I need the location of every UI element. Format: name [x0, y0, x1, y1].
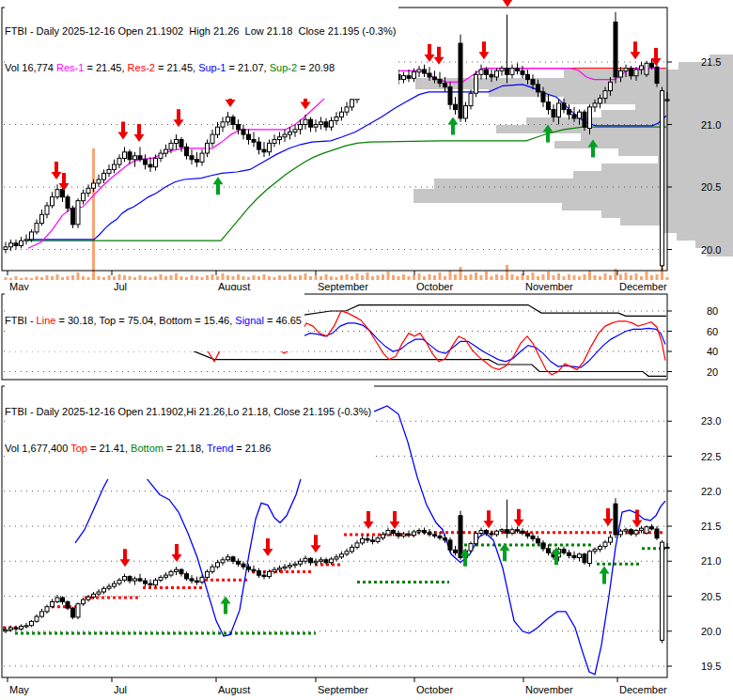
volume-bar — [464, 275, 467, 280]
candle — [624, 530, 628, 532]
volume-profile-bar — [573, 171, 733, 179]
trend-panel-header: FTBI - Daily 2025-12-16 Open 21.1902,Hi … — [5, 381, 374, 479]
sell-arrow-icon — [52, 162, 62, 179]
candle — [417, 70, 421, 72]
volume-bar — [398, 276, 400, 280]
month-label: September — [318, 281, 368, 292]
month-label: November — [525, 281, 573, 292]
volume-bar — [237, 274, 240, 280]
month-label: May — [9, 684, 29, 695]
candle — [20, 241, 23, 245]
candle — [330, 121, 334, 128]
candle — [61, 190, 65, 197]
volume-bar — [563, 276, 566, 280]
candle — [221, 560, 225, 563]
candle — [242, 130, 245, 134]
volume-bar — [129, 276, 132, 280]
volume-bar — [201, 277, 204, 280]
candle — [273, 140, 276, 144]
candle — [61, 598, 65, 602]
candle — [392, 531, 396, 534]
sell-arrow-icon — [425, 44, 435, 62]
candle — [128, 577, 132, 582]
sell-arrow-icon — [263, 538, 273, 556]
candle — [345, 552, 349, 554]
candle — [179, 140, 183, 148]
volume-bar — [170, 275, 173, 280]
candle — [30, 621, 34, 626]
volume-bar — [650, 275, 653, 280]
candle — [35, 616, 39, 621]
volume-bar — [278, 275, 281, 280]
candle — [469, 93, 473, 105]
candle — [433, 535, 437, 537]
candle — [640, 528, 644, 530]
candle — [216, 127, 220, 134]
sell-arrow-icon — [503, 0, 513, 7]
candle — [351, 100, 354, 107]
volume-profile-bar — [618, 148, 733, 156]
candle — [655, 67, 659, 83]
candle — [66, 602, 70, 609]
candle — [257, 571, 261, 576]
candle — [185, 574, 189, 579]
candle — [4, 630, 8, 631]
sell-arrow-icon — [514, 509, 524, 527]
y-axis-label: 21.5 — [701, 521, 721, 532]
header-text-run: Vol 1,677,400 — [5, 443, 70, 454]
candle — [231, 117, 235, 125]
candle — [609, 537, 613, 542]
volume-bar — [568, 274, 570, 280]
candle — [588, 552, 592, 564]
candle — [650, 527, 654, 529]
candle — [30, 232, 34, 240]
header-text-run: Bottom — [131, 443, 164, 454]
candle — [568, 110, 571, 115]
month-label: December — [619, 684, 667, 695]
candle — [423, 531, 427, 533]
candle — [423, 70, 427, 73]
candle — [283, 567, 287, 568]
volume-bar — [77, 272, 80, 280]
volume-bar — [40, 277, 43, 280]
header-text-run: = 30.18, Top = 75.04, Bottom = 15.46, — [55, 315, 235, 326]
volume-bar — [82, 276, 85, 280]
volume-bar — [51, 276, 54, 280]
y-axis-label: 40 — [707, 346, 718, 357]
candle — [82, 599, 86, 604]
candle — [76, 604, 80, 617]
candle — [510, 69, 514, 75]
volume-bar — [144, 276, 147, 280]
candle — [216, 563, 220, 568]
volume-bar — [532, 272, 535, 280]
candle — [428, 73, 431, 77]
candle — [273, 569, 276, 571]
buy-arrow-icon — [600, 566, 610, 583]
volume-bar — [25, 277, 28, 280]
volume-bar — [501, 275, 504, 280]
volume-bar — [180, 276, 183, 280]
volume-bar — [470, 274, 473, 280]
volume-bar — [102, 277, 105, 280]
candle — [650, 63, 654, 67]
volume-bar — [351, 276, 353, 280]
volume-bar — [154, 276, 157, 280]
candle — [537, 538, 540, 543]
candle — [417, 531, 421, 533]
sell-arrow-icon — [603, 508, 614, 526]
volume-bar — [454, 274, 457, 280]
candle — [211, 134, 214, 143]
month-label: November — [525, 684, 573, 695]
volume-bar — [413, 275, 415, 280]
volume-bar — [377, 275, 380, 280]
candle — [289, 566, 292, 568]
candle — [521, 531, 524, 533]
sell-arrow-icon — [390, 511, 400, 529]
volume-bar — [640, 276, 643, 280]
volume-bar — [418, 273, 421, 280]
candle — [516, 69, 520, 71]
candle — [320, 560, 323, 562]
volume-bar — [557, 273, 560, 280]
candle — [376, 538, 380, 542]
sell-arrow-icon — [434, 47, 444, 65]
